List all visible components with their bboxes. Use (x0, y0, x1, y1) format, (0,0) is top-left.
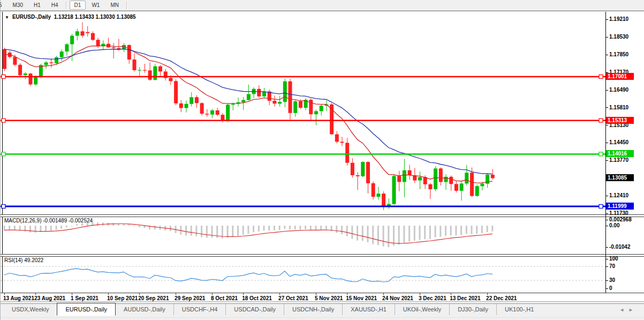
macd-indicator-label: MACD(12,26,9) -0.001489 -0.002524 (4, 218, 93, 224)
macd-tick-label: -0.01042 (606, 244, 630, 250)
chart-tab-usdxweekly[interactable]: USDX,Weekly (4, 304, 57, 315)
chart-tab-usdchfh4[interactable]: USDCHF-,H4 (173, 304, 226, 315)
line-anchor-marker[interactable] (2, 152, 5, 156)
candlestick-series (3, 23, 495, 210)
price-tick-label: 1.11730 (606, 210, 628, 216)
timeframe-button-5[interactable]: 5 (0, 1, 7, 10)
date-tick-label: 20 Sep 2021 (138, 295, 169, 301)
date-tick-mark (139, 293, 140, 295)
timeframe-toolbar: 5M30H1H4D1W1MN (1, 0, 644, 11)
price-level-badge: 1.11999 (606, 203, 634, 210)
chart-collapse-icon[interactable]: ▼ (5, 15, 9, 20)
axis-tick-mark (606, 288, 608, 289)
line-anchor-marker[interactable] (2, 118, 5, 122)
date-tick-mark (347, 293, 347, 295)
date-tick-mark (316, 293, 316, 295)
chart-tab-dj30daily[interactable]: DJ30-,Daily (449, 304, 496, 315)
axis-tick-mark (606, 37, 608, 38)
axis-tick-mark (606, 196, 608, 196)
time-axis-line (1, 293, 644, 293)
rsi-tick-label: 0 (606, 285, 612, 291)
timeframe-button-w1[interactable]: W1 (87, 1, 104, 10)
macd-histogram (4, 222, 494, 247)
timeframe-button-h4[interactable]: H4 (47, 1, 63, 10)
chart-tab-audusddaily[interactable]: AUDUSD-,Daily (116, 304, 173, 315)
rsi-tick-label: 70 (606, 263, 615, 269)
axis-tick-mark (606, 247, 608, 248)
date-tick-label: 5 Nov 2021 (315, 295, 343, 301)
price-level-badge: 1.14016 (606, 150, 634, 157)
chart-tab-xauusdh1[interactable]: XAUUSD-,H1 (342, 304, 395, 315)
date-tick-label: 18 Oct 2021 (242, 295, 272, 301)
date-tick-label: 3 Dec 2021 (419, 295, 446, 301)
rsi-tick-label: 100 (606, 256, 618, 262)
line-anchor-marker[interactable] (599, 152, 603, 156)
rsi-tick-label: 30 (606, 277, 615, 283)
line-anchor-marker[interactable] (2, 205, 5, 209)
axis-tick-mark (606, 143, 608, 143)
axis-tick-mark (606, 259, 608, 259)
date-tick-mark (35, 293, 36, 295)
line-anchor-marker[interactable] (599, 118, 603, 122)
price-tick-label: 1.13770 (606, 157, 628, 163)
chart-tab-uk100h1[interactable]: UK100-,H1 (496, 304, 542, 315)
date-tick-mark (279, 293, 280, 295)
date-tick-label: 24 Nov 2021 (382, 295, 413, 301)
chart-tab-usdcnhdaily[interactable]: USDCNH-,Daily (284, 304, 342, 315)
price-level-badge: 1.17001 (606, 73, 634, 80)
date-tick-label: 1 Sep 2021 (71, 295, 99, 301)
date-tick-mark (212, 293, 213, 295)
axis-tick-mark (606, 266, 608, 267)
axis-tick-mark (606, 107, 608, 108)
timeframe-button-h1[interactable]: H1 (29, 1, 46, 10)
toolbar-separator (66, 2, 67, 9)
date-tick-label: 27 Oct 2021 (278, 295, 308, 301)
date-tick-mark (451, 293, 451, 295)
price-pane[interactable] (1, 12, 605, 214)
chart-tab-eurusddaily[interactable]: EURUSD-,Daily (57, 303, 116, 316)
tab-scroll-left-icon[interactable]: ◄ (619, 307, 628, 312)
date-tick-mark (243, 293, 244, 295)
timeframe-button-d1[interactable]: D1 (70, 1, 86, 10)
rsi-line (4, 269, 493, 282)
price-tick-label: 1.14450 (606, 139, 628, 145)
timeframe-button-m30[interactable]: M30 (8, 1, 28, 10)
line-anchor-marker[interactable] (599, 205, 603, 209)
tab-scroll-right-icon[interactable]: ► (628, 307, 638, 312)
axis-tick-mark (606, 55, 608, 55)
price-tick-label: 1.19210 (606, 16, 628, 22)
axis-tick-mark (606, 226, 608, 226)
terminal-window: 5M30H1H4D1W1MN ▼EURUSD-,Daily 1.13218 1.… (0, 0, 644, 320)
chart-ohlc-values: 1.13218 1.13433 1.13030 1.13085 (54, 14, 136, 20)
axis-tick-mark (606, 125, 608, 125)
date-tick-label: 10 Sep 2021 (107, 295, 138, 301)
axis-tick-mark (606, 160, 608, 161)
axis-tick-mark (606, 280, 608, 281)
rsi-pane[interactable] (1, 256, 605, 293)
price-tick-label: 1.17850 (606, 51, 628, 57)
date-tick-mark (420, 293, 420, 295)
axis-tick-mark (606, 19, 608, 20)
date-tick-label: 8 Oct 2021 (211, 295, 238, 301)
toolbar-separator (126, 2, 127, 9)
date-tick-mark (487, 293, 488, 295)
macd-tick-label: 0.002968 (606, 217, 632, 222)
line-anchor-marker[interactable] (2, 75, 5, 79)
current-price-badge: 1.13085 (606, 174, 634, 181)
rsi-indicator-label: RSI(14) 49.2022 (4, 257, 43, 263)
price-tick-label: 1.16490 (606, 87, 628, 93)
date-tick-label: 13 Dec 2021 (450, 295, 480, 301)
chart-tab-usdcaddaily[interactable]: USDCAD-,Daily (225, 304, 284, 315)
timeframe-button-mn[interactable]: MN (105, 1, 124, 10)
date-tick-label: 13 Aug 2021 (3, 295, 34, 301)
price-tick-label: 1.12410 (606, 192, 628, 198)
chart-tab-ukoilweekly[interactable]: UKOil-,Weekly (395, 304, 449, 315)
date-tick-mark (176, 293, 176, 295)
axis-tick-mark (606, 90, 608, 91)
tab-scroll-arrows: ◄► (619, 307, 638, 312)
axis-tick-mark (606, 220, 608, 220)
date-tick-label: 29 Sep 2021 (175, 295, 205, 301)
chart-tab-bar: USDX,WeeklyEURUSD-,DailyAUDUSD-,DailyUSD… (1, 303, 644, 317)
line-anchor-marker[interactable] (599, 75, 603, 79)
date-tick-label: 15 Nov 2021 (346, 295, 377, 301)
